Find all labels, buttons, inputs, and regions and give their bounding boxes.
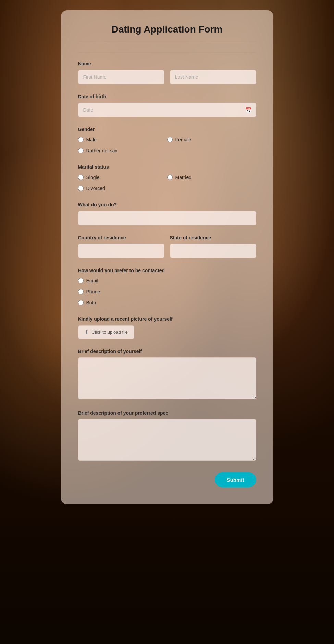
upload-label: Kindly upload a recent picture of yourse… (78, 316, 256, 322)
preferred-spec-section: Brief description of your preferred spec (78, 410, 256, 462)
description-label: Brief description of yourself (78, 349, 256, 354)
marital-divorced-label: Divorced (86, 186, 105, 191)
country-input[interactable] (78, 244, 164, 258)
marital-single-option[interactable]: Single (78, 173, 167, 181)
gender-label: Gender (78, 127, 256, 132)
preferred-spec-label: Brief description of your preferred spec (78, 410, 256, 416)
contact-both-option[interactable]: Both (78, 299, 256, 307)
upload-button-text: Click to upload file (92, 330, 128, 335)
state-label: State of residence (170, 235, 256, 240)
contact-email-radio[interactable] (78, 278, 84, 283)
upload-icon: ⬆ (85, 329, 89, 335)
gender-male-option[interactable]: Male (78, 136, 167, 144)
marital-label: Marital status (78, 164, 256, 170)
dob-input[interactable] (78, 103, 256, 117)
date-wrapper: 📅 (78, 103, 256, 117)
dob-section: Date of birth 📅 (78, 94, 256, 117)
occupation-label: What do you do? (78, 202, 256, 207)
gender-rather-label: Rather not say (86, 148, 117, 153)
marital-section: Marital status Single Married Divorced (78, 164, 256, 192)
state-input[interactable] (170, 244, 256, 258)
name-section: Name (78, 61, 256, 84)
marital-divorced-radio[interactable] (78, 186, 84, 191)
contact-email-option[interactable]: Email (78, 277, 256, 285)
occupation-input[interactable] (78, 211, 256, 225)
gender-female-label: Female (175, 137, 191, 142)
contact-section: How would you prefer to be contacted Ema… (78, 268, 256, 307)
title-divider (78, 52, 256, 53)
country-label: Country of residence (78, 235, 164, 240)
marital-single-radio[interactable] (78, 175, 84, 180)
upload-button[interactable]: ⬆ Click to upload file (78, 325, 135, 339)
contact-radio-group: Email Phone Both (78, 277, 256, 307)
marital-radio-group: Single Married Divorced (78, 173, 256, 192)
marital-married-label: Married (175, 175, 191, 180)
gender-female-option[interactable]: Female (167, 136, 256, 144)
contact-both-label: Both (86, 300, 96, 305)
marital-divorced-option[interactable]: Divorced (78, 184, 167, 192)
gender-male-label: Male (86, 137, 97, 142)
residence-section: Country of residence State of residence (78, 235, 256, 258)
preferred-spec-textarea[interactable] (78, 419, 256, 461)
dob-label: Date of birth (78, 94, 256, 99)
contact-phone-option[interactable]: Phone (78, 288, 256, 296)
description-section: Brief description of yourself (78, 349, 256, 401)
country-col: Country of residence (78, 235, 164, 258)
marital-married-radio[interactable] (167, 175, 173, 180)
residence-row: Country of residence State of residence (78, 235, 256, 258)
upload-section: Kindly upload a recent picture of yourse… (78, 316, 256, 339)
marital-single-label: Single (86, 175, 100, 180)
contact-both-radio[interactable] (78, 300, 84, 305)
contact-label: How would you prefer to be contacted (78, 268, 256, 273)
gender-female-radio[interactable] (167, 137, 173, 142)
contact-email-label: Email (86, 278, 98, 283)
contact-phone-radio[interactable] (78, 289, 84, 294)
occupation-section: What do you do? (78, 202, 256, 225)
gender-radio-group: Male Female Rather not say (78, 136, 256, 155)
state-col: State of residence (170, 235, 256, 258)
form-title: Dating Application Form (78, 24, 256, 42)
submit-button[interactable]: Submit (215, 472, 256, 487)
marital-married-option[interactable]: Married (167, 173, 256, 181)
gender-male-radio[interactable] (78, 137, 84, 142)
gender-rather-option[interactable]: Rather not say (78, 147, 167, 155)
gender-section: Gender Male Female Rather not say (78, 127, 256, 155)
contact-phone-label: Phone (86, 289, 100, 294)
name-row (78, 70, 256, 84)
name-label: Name (78, 61, 256, 66)
description-textarea[interactable] (78, 357, 256, 399)
gender-rather-radio[interactable] (78, 148, 84, 153)
first-name-input[interactable] (78, 70, 164, 84)
last-name-input[interactable] (170, 70, 256, 84)
submit-row: Submit (78, 472, 256, 487)
form-container: Dating Application Form Name Date of bir… (61, 10, 273, 504)
